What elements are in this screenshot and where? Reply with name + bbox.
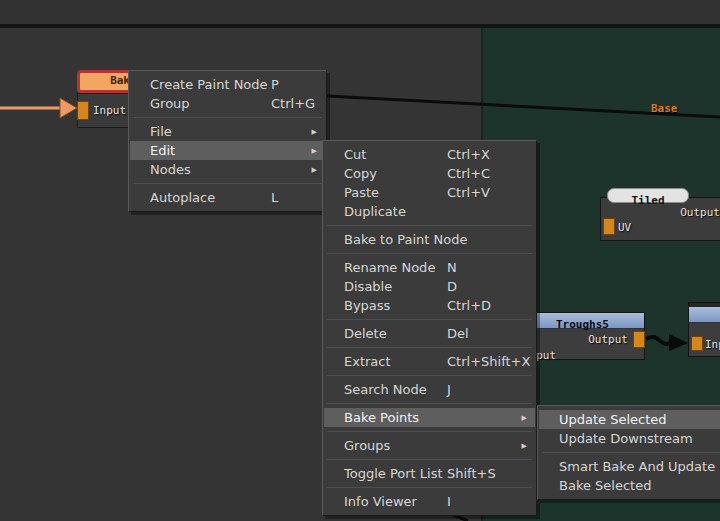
menu-item-update-selected[interactable]: Update Selected	[539, 410, 720, 429]
menu-separator	[133, 117, 322, 118]
menu-item-bake-selected[interactable]: Bake Selected	[539, 476, 720, 495]
menu-item-shortcut: P	[271, 77, 317, 92]
submenu-arrow-icon: ▶	[518, 442, 527, 450]
edit-submenu: CutCtrl+XCopyCtrl+CPasteCtrl+VDuplicateB…	[322, 140, 537, 516]
menu-item-autoplace[interactable]: AutoplaceL	[130, 188, 325, 207]
menu-separator	[327, 225, 532, 226]
bake-points-submenu: Update SelectedUpdate DownstreamSmart Ba…	[537, 405, 720, 500]
menu-item-label: Toggle Port List	[344, 466, 447, 481]
node-troughs5-header[interactable]: Troughs5	[521, 313, 644, 329]
node-downstream-header[interactable]	[689, 307, 720, 323]
menu-item-group[interactable]: GroupCtrl+G	[130, 94, 325, 113]
menu-item-bake-to-paint-node[interactable]: Bake to Paint Node	[324, 230, 535, 249]
menu-item-duplicate[interactable]: Duplicate	[324, 202, 535, 221]
menu-item-update-downstream[interactable]: Update Downstream	[539, 429, 720, 448]
menu-item-extract[interactable]: ExtractCtrl+Shift+X	[324, 352, 535, 371]
menu-item-disable[interactable]: DisableD	[324, 277, 535, 296]
menu-item-groups[interactable]: Groups▶	[324, 436, 535, 455]
menu-item-label: Bake Points	[344, 410, 518, 425]
menu-item-rename-node[interactable]: Rename NodeN	[324, 258, 535, 277]
menu-separator	[327, 487, 532, 488]
menu-item-info-viewer[interactable]: Info ViewerI	[324, 492, 535, 511]
menu-item-smart-bake-and-update[interactable]: Smart Bake And Update	[539, 457, 720, 476]
menu-item-label: Smart Bake And Update	[559, 459, 719, 474]
port-label-output: Output	[680, 206, 720, 219]
uv-port-icon[interactable]	[603, 218, 615, 235]
port-label: Input	[93, 104, 126, 117]
menu-item-label: File	[150, 124, 308, 139]
menu-item-label: Update Downstream	[559, 431, 719, 446]
node-troughs5[interactable]: Troughs5 Output Input	[520, 312, 645, 360]
menu-item-label: Group	[150, 96, 271, 111]
menu-item-label: Extract	[344, 354, 447, 369]
port-label-uv: UV	[618, 221, 631, 234]
output-port-icon[interactable]	[633, 331, 645, 348]
menu-item-label: Paste	[344, 185, 447, 200]
submenu-arrow-icon: ▶	[518, 414, 527, 422]
port-label-output: Output	[588, 333, 628, 346]
menu-item-label: Bake Selected	[559, 478, 719, 493]
menu-separator	[327, 253, 532, 254]
menu-item-shortcut: N	[447, 260, 527, 275]
menu-item-shortcut: Ctrl+G	[271, 96, 317, 111]
menu-item-shortcut: Ctrl+D	[447, 298, 527, 313]
node-downstream[interactable]: Input	[688, 302, 720, 357]
menu-item-label: Rename Node	[344, 260, 447, 275]
top-toolbar-strip	[0, 0, 720, 28]
menu-item-label: Edit	[150, 143, 308, 158]
menu-item-shortcut: Ctrl+X	[447, 147, 527, 162]
menu-item-label: Info Viewer	[344, 494, 447, 509]
menu-item-copy[interactable]: CopyCtrl+C	[324, 164, 535, 183]
menu-item-cut[interactable]: CutCtrl+X	[324, 145, 535, 164]
menu-item-label: Cut	[344, 147, 447, 162]
menu-item-shortcut: J	[447, 382, 527, 397]
submenu-arrow-icon: ▶	[308, 128, 317, 136]
menu-item-delete[interactable]: DeleteDel	[324, 324, 535, 343]
menu-item-label: Disable	[344, 279, 447, 294]
menu-item-shortcut: D	[447, 279, 527, 294]
menu-item-shortcut: L	[271, 190, 317, 205]
menu-item-shortcut: Shift+S	[447, 466, 527, 481]
node-title: Tiled	[631, 194, 664, 207]
menu-item-bake-points[interactable]: Bake Points▶	[324, 408, 535, 427]
menu-item-toggle-port-list[interactable]: Toggle Port ListShift+S	[324, 464, 535, 483]
menu-item-label: Bake to Paint Node	[344, 232, 527, 247]
menu-separator	[327, 319, 532, 320]
node-title: Troughs5	[556, 318, 609, 331]
menu-item-create-paint-node[interactable]: Create Paint NodeP	[130, 75, 325, 94]
menu-item-label: Autoplace	[150, 190, 271, 205]
node-graph-window: Bak Input Base Tiled Output UV Troughs5 …	[0, 0, 720, 521]
menu-item-label: Groups	[344, 438, 518, 453]
menu-item-file[interactable]: File▶	[130, 122, 325, 141]
port-label-input: Input	[705, 338, 720, 351]
menu-separator	[133, 183, 322, 184]
menu-separator	[327, 403, 532, 404]
menu-item-shortcut: Ctrl+Shift+X	[447, 354, 527, 369]
menu-item-search-node[interactable]: Search NodeJ	[324, 380, 535, 399]
menu-item-shortcut: Ctrl+V	[447, 185, 527, 200]
submenu-arrow-icon: ▶	[308, 166, 317, 174]
menu-item-label: Search Node	[344, 382, 447, 397]
menu-item-edit[interactable]: Edit▶	[130, 141, 325, 160]
menu-separator	[327, 459, 532, 460]
menu-separator	[327, 431, 532, 432]
menu-separator	[327, 375, 532, 376]
context-menu: Create Paint NodePGroupCtrl+GFile▶Edit▶N…	[128, 70, 327, 212]
menu-item-label: Nodes	[150, 162, 308, 177]
menu-item-label: Delete	[344, 326, 447, 341]
node-tiled-header[interactable]: Tiled	[607, 188, 689, 203]
node-tiled[interactable]: Tiled Output UV	[600, 197, 720, 241]
input-port-icon[interactable]	[77, 101, 89, 120]
menu-separator	[542, 452, 720, 453]
menu-item-shortcut: Ctrl+C	[447, 166, 527, 181]
input-port-icon[interactable]	[691, 336, 703, 351]
menu-item-nodes[interactable]: Nodes▶	[130, 160, 325, 179]
menu-item-label: Update Selected	[559, 412, 719, 427]
menu-item-paste[interactable]: PasteCtrl+V	[324, 183, 535, 202]
menu-item-bypass[interactable]: BypassCtrl+D	[324, 296, 535, 315]
menu-item-label: Create Paint Node	[150, 77, 271, 92]
menu-item-shortcut: Del	[447, 326, 527, 341]
menu-item-label: Duplicate	[344, 204, 527, 219]
submenu-arrow-icon: ▶	[308, 147, 317, 155]
wire-stream-label: Base	[651, 102, 678, 115]
